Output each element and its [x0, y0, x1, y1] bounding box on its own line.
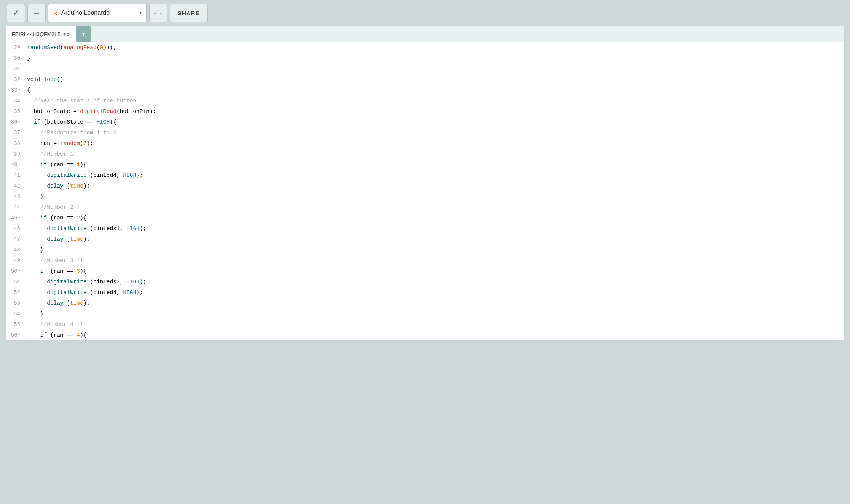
code-line-56: 56▾ if (ran == 4){ — [6, 330, 844, 340]
fold-arrow-50[interactable]: ▾ — [18, 266, 20, 277]
toolbar: ✓ → ✕ Arduino Leonardo ▾ ··· SHARE — [0, 0, 850, 26]
code-line-29: 29 randomSeed(analogRead(0))); — [6, 42, 844, 53]
code-line-38: 38 ran = random(7); — [6, 138, 844, 149]
share-label: SHARE — [178, 10, 200, 16]
fold-arrow-36[interactable]: ▾ — [18, 117, 20, 127]
file-tab-label: FEIRL44H3QFM2LB.ino — [12, 31, 70, 37]
verify-button[interactable]: ✓ — [7, 4, 25, 22]
fold-arrow-45[interactable]: ▾ — [18, 213, 20, 223]
code-line-44: 44 //Number 2!! — [6, 202, 844, 213]
board-selector[interactable]: ✕ Arduino Leonardo ▾ — [48, 4, 147, 22]
code-line-50: 50▾ if (ran == 3){ — [6, 266, 844, 277]
editor-container: FEIRL44H3QFM2LB.ino ▾ 29 randomSeed(anal… — [5, 26, 845, 341]
ellipsis-icon: ··· — [154, 9, 163, 17]
code-line-49: 49 //Number 3!!! — [6, 255, 844, 266]
code-line-35: 35 buttonState = digitalRead(buttonPin); — [6, 106, 844, 117]
code-line-42: 42 delay (time); — [6, 181, 844, 191]
code-line-53: 53 delay (time); — [6, 298, 844, 308]
code-line-37: 37 //Randomize from 1 to 6 — [6, 127, 844, 138]
code-line-41: 41 digitalWrite (pinLed4, HIGH); — [6, 170, 844, 181]
code-line-52: 52 digitalWrite (pinLed4, HIGH); — [6, 287, 844, 298]
code-line-34: 34 //Read the status of the button — [6, 95, 844, 106]
code-line-51: 51 digitalWrite (pinLeds3, HIGH); — [6, 277, 844, 287]
code-line-33: 33▾ { — [6, 85, 844, 95]
code-line-45: 45▾ if (ran == 2){ — [6, 213, 844, 223]
more-options-button[interactable]: ··· — [149, 4, 167, 22]
code-line-47: 47 delay (time); — [6, 234, 844, 245]
upload-button[interactable]: → — [27, 4, 46, 22]
code-line-48: 48 } — [6, 245, 844, 255]
code-editor[interactable]: 29 randomSeed(analogRead(0))); 30 } 31 3… — [6, 42, 844, 340]
fold-arrow-33[interactable]: ▾ — [18, 85, 20, 95]
share-button[interactable]: SHARE — [170, 4, 208, 22]
tab-dropdown-button[interactable]: ▾ — [76, 26, 91, 42]
chevron-down-icon: ▾ — [139, 10, 142, 16]
check-icon: ✓ — [13, 8, 19, 18]
tab-bar: FEIRL44H3QFM2LB.ino ▾ — [6, 26, 844, 42]
code-line-36: 36▾ if (buttonState == HIGH){ — [6, 117, 844, 127]
code-line-43: 43 } — [6, 191, 844, 202]
fold-arrow-40[interactable]: ▾ — [18, 159, 20, 170]
fold-arrow-56[interactable]: ▾ — [18, 330, 20, 340]
code-line-32: 32 void loop() — [6, 74, 844, 85]
code-line-40: 40▾ if (ran == 1){ — [6, 159, 844, 170]
tab-chevron-icon: ▾ — [82, 31, 85, 37]
code-line-55: 55 //Number 4!!!! — [6, 319, 844, 330]
code-line-39: 39 //Number 1! — [6, 149, 844, 159]
file-tab[interactable]: FEIRL44H3QFM2LB.ino — [6, 26, 76, 42]
board-error-icon: ✕ — [53, 8, 57, 18]
code-line-54: 54 } — [6, 308, 844, 319]
code-line-31: 31 — [6, 64, 844, 74]
board-name-label: Arduino Leonardo — [61, 10, 135, 16]
arrow-icon: → — [33, 9, 40, 17]
code-line-30: 30 } — [6, 53, 844, 64]
code-line-46: 46 digitalWrite (pinLeds1, HIGH); — [6, 223, 844, 234]
